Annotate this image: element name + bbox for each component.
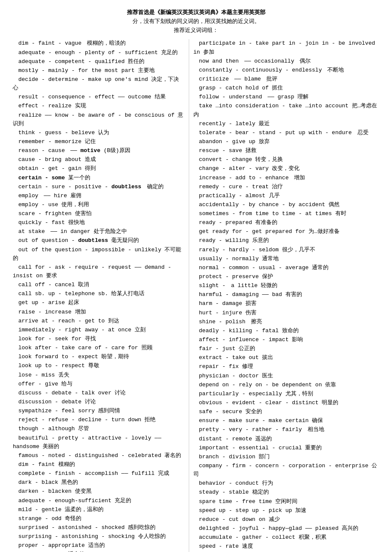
list-item: look up to - respect 尊敬 xyxy=(13,362,184,370)
list-item: remedy - cure - treat 治疗 xyxy=(193,183,379,191)
list-item: get ready for - get prepared for 为…做好准备 xyxy=(193,227,379,236)
list-item: strange - odd 奇怪的 xyxy=(13,515,184,523)
list-item: affect - influence - impact 影响 xyxy=(193,336,379,344)
list-item: immediately - right away - at once 立刻 xyxy=(13,326,184,334)
list-item: tolerate - bear - stand - put up with - … xyxy=(193,129,379,137)
list-item: branch - division 部门 xyxy=(193,453,379,461)
list-item: convert - change 转变，兑换 xyxy=(193,155,379,164)
list-item: surprising - astonishing - shocking 令人吃惊… xyxy=(13,532,184,541)
header-line1: 推荐首选是《新编英汉英英汉英词典》本题主要用英英部 xyxy=(127,9,265,16)
list-item: slight - a little 轻微的 xyxy=(193,282,379,290)
list-item: constantly - continuously - endlessly 不断… xyxy=(193,66,379,75)
list-item: complete - finish - accomplish —— fulfil… xyxy=(13,469,184,478)
list-item: follow - understand —— grasp 理解 xyxy=(193,93,379,101)
list-item: change - alter - vary 改变，变化 xyxy=(193,164,379,173)
list-item: employ —— hire 雇佣 xyxy=(13,192,184,200)
list-item: normal - common - usual - average 通常的 xyxy=(193,264,379,272)
list-item: participate in - take part in - join in … xyxy=(193,39,379,56)
list-item: hurt - injure 伤害 xyxy=(193,309,379,317)
list-item: look after - take care of - care for 照顾 xyxy=(13,344,184,352)
list-item: protect - preserve 保护 xyxy=(193,273,379,281)
list-item: dark - black 黑色的 xyxy=(13,478,184,487)
list-item: company - firm - concern - corporation -… xyxy=(193,462,379,479)
list-item: get up - arise 起床 xyxy=(13,299,184,307)
list-item: call for - ask - require - request —— de… xyxy=(13,263,184,280)
list-item: rescue - save 拯救 xyxy=(193,147,379,155)
list-item: employ - use 使用，利用 xyxy=(13,201,184,209)
list-item: cause - bring about 造成 xyxy=(13,155,184,164)
list-item: ready - willing 乐意的 xyxy=(193,236,379,245)
list-item: lose - miss 丢失 xyxy=(13,371,184,380)
list-item: now and then —— occasionally 偶尔 xyxy=(193,57,379,66)
page-header: 推荐首选是《新编英汉英英汉英词典》本题主要用英英部 分，没有下划线的同义词的，用… xyxy=(13,9,379,35)
list-item: sometimes - from time to time - at times… xyxy=(193,210,379,218)
list-item: spare time - free time 空闲时间 xyxy=(193,497,379,506)
list-item: pretty - very - rather - fairly 相当地 xyxy=(193,426,379,434)
list-item: repair - fix 修理 xyxy=(193,362,379,371)
list-item: abandon - give up 放弃 xyxy=(193,138,379,146)
list-item: decide - determine - make up one's mind … xyxy=(13,75,184,92)
list-item: think - guess - believe 认为 xyxy=(13,129,184,137)
list-item: result - consequence - effect —— outcome… xyxy=(13,93,184,101)
list-item: effect - realize 实现 xyxy=(13,102,184,110)
list-item: remember - memorize 记住 xyxy=(13,138,184,146)
list-item: criticize —— blame 批评 xyxy=(193,75,379,83)
list-item: realize —— know - be aware of - be consc… xyxy=(13,111,184,128)
list-item: suitable - fit 适合的 xyxy=(13,550,184,552)
list-item: particularly - especially 尤其，特别 xyxy=(193,390,379,398)
list-item: delighted - joyful - happy—glad —— pleas… xyxy=(193,524,379,533)
list-item: sympathize - feel sorry 感到同情 xyxy=(13,407,184,415)
list-item: physician - doctor 医生 xyxy=(193,372,379,380)
list-item: accumulate - gather - collect 积聚，积累 xyxy=(193,533,379,542)
list-item: usually - normally 通常地 xyxy=(193,255,379,263)
list-item: darken - blacken 使变黑 xyxy=(13,487,184,496)
list-item: grasp - catch hold of 抓住 xyxy=(193,84,379,92)
list-item: proper - appropriate 适当的 xyxy=(13,541,184,550)
list-item: adequate - competent - qualified 胜任的 xyxy=(13,58,184,66)
left-column: dim - faint - vague 模糊的，暗淡的adequate - en… xyxy=(13,39,189,552)
list-item: recently - lately 最近 xyxy=(193,120,379,128)
list-item: dim - faint - vague 模糊的，暗淡的 xyxy=(13,39,184,48)
list-item: distant - remote 遥远的 xyxy=(193,435,379,443)
list-item: ready - prepared 有准备的 xyxy=(193,218,379,227)
list-item: speed - rate 速度 xyxy=(193,542,379,551)
list-item: raise - increase 增加 xyxy=(13,308,184,316)
list-item: dim - faint 模糊的 xyxy=(13,460,184,469)
list-item: extract - take out 拔出 xyxy=(193,354,379,362)
list-item: mostly - mainly - for the most part 主要地 xyxy=(13,66,184,75)
list-item: rarely - hardly - seldom 很少，几乎不 xyxy=(193,246,379,254)
list-item: steady - stable 稳定的 xyxy=(193,488,379,497)
list-item: ensure - make sure - make certain 确保 xyxy=(193,417,379,425)
list-item: out of question - doubtless 毫无疑问的 xyxy=(13,236,184,245)
list-item: call sb. up - telephone sb. 给某人打电话 xyxy=(13,290,184,298)
list-item: call off - cancel 取消 xyxy=(13,281,184,289)
list-item: deadly - killing - fatal 致命的 xyxy=(193,327,379,335)
right-column: participate in - take part in - join in … xyxy=(189,39,379,552)
list-item: offer - give 给与 xyxy=(13,380,184,388)
list-item: speed up - step up - pick up 加速 xyxy=(193,506,379,515)
list-item: harm - damage 损害 xyxy=(193,299,379,308)
list-item: look for - seek for 寻找 xyxy=(13,335,184,343)
list-item: accidentally - by chance - by accident 偶… xyxy=(193,201,379,209)
list-item: certain - some 某一个的 xyxy=(13,174,184,182)
list-item: mild - gentle 温柔的，温和的 xyxy=(13,506,184,514)
list-item: discuss - debate - talk over 讨论 xyxy=(13,389,184,397)
list-item: at stake —— in danger 处于危险之中 xyxy=(13,227,184,236)
list-item: shine - polish 擦亮 xyxy=(193,318,379,326)
list-item: harmful - damaging —— bad 有害的 xyxy=(193,290,379,299)
list-item: arrive at - reach - get to 到达 xyxy=(13,317,184,325)
list-item: increase - add to - enhance 增加 xyxy=(193,174,379,182)
list-item: famous - noted - distinguished - celebra… xyxy=(13,451,184,460)
list-item: certain - sure - positive - doubtless 确定… xyxy=(13,183,184,191)
list-item: important - essential - crucial 重要的 xyxy=(193,444,379,452)
list-item: reduce - cut down on 减少 xyxy=(193,515,379,524)
list-item: behavior - conduct 行为 xyxy=(193,479,379,488)
main-content: dim - faint - vague 模糊的，暗淡的adequate - en… xyxy=(13,39,379,552)
list-item: surprised - astonished - shocked 感到吃惊的 xyxy=(13,523,184,532)
list-item: quickly - fast 很快地 xyxy=(13,218,184,227)
header-line2: 分，没有下划线的同义词的，用汉英找她的近义词。 xyxy=(133,18,260,25)
list-item: fair - just 公正的 xyxy=(193,345,379,353)
list-item: adequate - enough-sufficient 充足的 xyxy=(13,497,184,505)
list-item: out of the question - impossible - unlik… xyxy=(13,246,184,263)
list-item: obvious - evident - clear - distinct 明显的 xyxy=(193,399,379,407)
